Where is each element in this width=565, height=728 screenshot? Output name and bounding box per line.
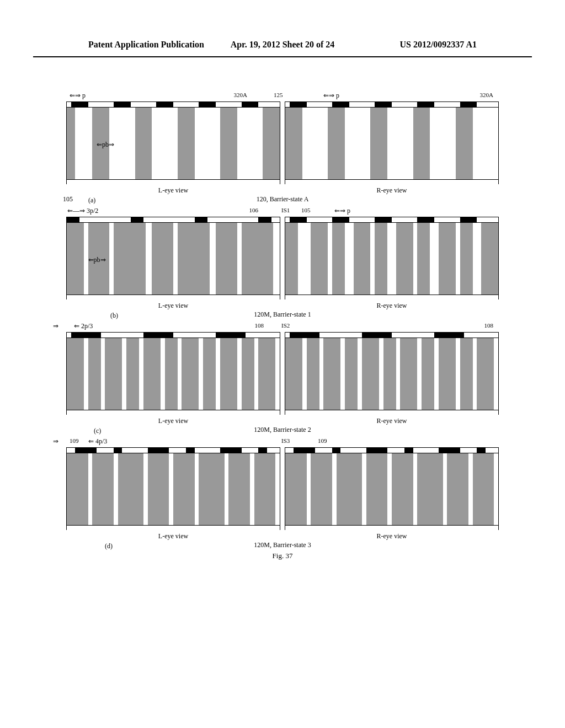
caption-c-center: 120M, Barrier-state 2 — [66, 426, 499, 434]
ref-108-left: 108 — [255, 322, 264, 329]
page-header: Patent Application Publication Apr. 19, … — [33, 0, 532, 57]
pitch-arrow-b-left: ⇐—⇒ 3p/2 — [67, 207, 98, 215]
barrier-b-right — [285, 217, 499, 299]
barrier-b-left: ⇐pb⇒ — [66, 217, 280, 299]
panel-c-right: IS2 108 — [285, 332, 499, 425]
caption-c-left: L-eye view — [66, 417, 280, 425]
row-d: ⇒ 109 ⇐ 4p/3 — [66, 447, 499, 540]
ref-320a-right: 320A — [480, 92, 493, 98]
pitch-arrow-b-right: ⇐⇒ p — [334, 207, 350, 215]
caption-d-right: R-eye view — [285, 532, 499, 540]
ref-320a-left: 320A — [234, 92, 247, 98]
is1-label: IS1 — [281, 207, 290, 213]
panel-a-right: 125 ⇐⇒ p 320A — [285, 101, 499, 195]
ref-108-right: 108 — [484, 322, 494, 329]
ref-109-left: 109 — [70, 437, 79, 444]
figure-37: ⇐⇒ p 320A ⇐pb⇒ — [0, 57, 565, 582]
header-date-sheet: Apr. 19, 2012 Sheet 20 of 24 — [218, 40, 348, 50]
ref-106: 106 — [249, 207, 259, 213]
pitch-arrow-d-left: ⇐ 4p/3 — [88, 437, 107, 446]
caption-c-right: R-eye view — [285, 417, 499, 425]
barrier-a-left: ⇐pb⇒ — [66, 101, 280, 184]
barrier-d-right — [285, 447, 499, 530]
pitch-arrow-a-left: ⇐⇒ p — [70, 92, 86, 100]
caption-b-right: R-eye view — [285, 302, 499, 310]
panel-a-left: ⇐⇒ p 320A ⇐pb⇒ — [66, 101, 280, 195]
row-b: ⇐—⇒ 3p/2 106 ⇐pb⇒ — [66, 217, 499, 310]
caption-a-center: 120, Barrier-state A — [66, 195, 499, 204]
row-a: ⇐⇒ p 320A ⇐pb⇒ — [66, 101, 499, 195]
barrier-c-left — [66, 332, 280, 415]
ref-109-right: 109 — [318, 437, 327, 444]
pitch-arrow-c-left: ⇐ 2p/3 — [74, 322, 93, 330]
ref-125: 125 — [274, 92, 283, 98]
panel-c-left: ⇒ ⇐ 2p/3 108 — [66, 332, 280, 425]
panel-d-left: ⇒ 109 ⇐ 4p/3 — [66, 447, 280, 540]
offset-arrow-d: ⇒ — [53, 437, 58, 446]
caption-a-right: R-eye view — [285, 186, 499, 195]
caption-a-left: L-eye view — [66, 186, 280, 195]
barrier-d-left — [66, 447, 280, 530]
row-c: ⇒ ⇐ 2p/3 108 — [66, 332, 499, 425]
ref-105-b: 105 — [301, 207, 311, 213]
barrier-a-right — [285, 101, 499, 184]
pb-label-a: ⇐pb⇒ — [97, 141, 114, 149]
panel-b-left: ⇐—⇒ 3p/2 106 ⇐pb⇒ — [66, 217, 280, 310]
figure-caption: Fig. 37 — [66, 552, 499, 560]
caption-b-left: L-eye view — [66, 302, 280, 310]
caption-b-center: 120M, Barrier-state 1 — [66, 311, 499, 319]
header-publication: Patent Application Publication — [88, 40, 218, 50]
header-pub-number: US 2012/0092337 A1 — [347, 40, 477, 50]
offset-arrow-c: ⇒ — [53, 322, 58, 330]
pb-label-b: ⇐pb⇒ — [88, 256, 106, 264]
panel-d-right: IS3 109 — [285, 447, 499, 540]
is2-label: IS2 — [281, 322, 290, 329]
pitch-arrow-a-right: ⇐⇒ p — [323, 92, 339, 100]
is3-label: IS3 — [281, 437, 290, 444]
caption-d-center: 120M, Barrier-state 3 — [66, 541, 499, 549]
panel-b-right: IS1 105 ⇐⇒ p — [285, 217, 499, 310]
barrier-c-right — [285, 332, 499, 415]
caption-d-left: L-eye view — [66, 532, 280, 540]
